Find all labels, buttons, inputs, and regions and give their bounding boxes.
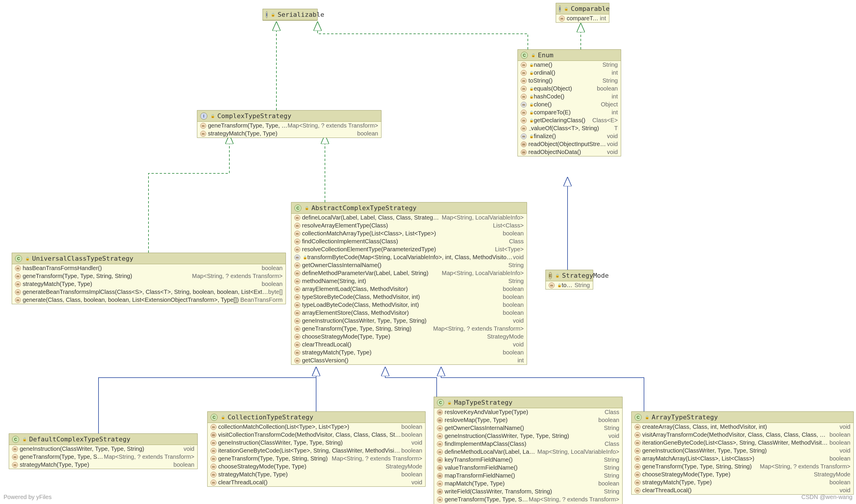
method-icon: m (437, 449, 443, 455)
method-row: mgeneTransform(Type, Type, String, Strin… (197, 122, 381, 130)
class-abstract-complex-type-strategy[interactable]: C🔒AbstractComplexTypeStrategy mdefineLoc… (291, 202, 527, 365)
method-icon: m (211, 440, 216, 446)
method-row: mgeneInstruction(ClassWriter, Type, Type… (434, 432, 622, 440)
method-icon: m (521, 118, 527, 123)
interface-comparable[interactable]: I🔒Comparable mcompareTo(T)int (556, 3, 609, 23)
method-row: m🔒clone()Object (518, 101, 621, 108)
method-icon: m (294, 294, 300, 300)
method-row: miterationGeneByteCode(List<Class>, Stri… (632, 439, 853, 447)
method-row: mdefineMethodLocalVar(Label, Label)Map<S… (434, 448, 622, 456)
title: C🔒CollectionTypeStrategy (208, 412, 425, 423)
method-row: mresloveMap(Type, Type)boolean (434, 416, 622, 424)
method-row: mchooseStrategyMode(Type, Type)StrategyM… (292, 333, 527, 341)
method-row: mcollectionMatchCollection(List<Type>, L… (208, 423, 425, 431)
method-icon: m (200, 123, 206, 129)
method-row: mgeneTransform(Type, Type, String, Strin… (292, 325, 527, 333)
method-icon: m (12, 454, 18, 460)
method-icon: m (437, 433, 443, 439)
interface-serializable[interactable]: I🔒Serializable (263, 9, 318, 21)
method-row: mgeneInstruction(ClassWriter, Type, Type… (632, 447, 853, 455)
method-icon: m (294, 270, 300, 276)
method-row: mgetOwnerClassInternalName()String (434, 424, 622, 432)
method-icon: m (294, 342, 300, 348)
interface-icon: I (266, 11, 267, 18)
method-icon: m (634, 440, 641, 446)
class-collection-type-strategy[interactable]: C🔒CollectionTypeStrategy mcollectionMatc… (207, 411, 425, 487)
method-icon: m (15, 289, 21, 295)
enum-icon: E (549, 272, 552, 279)
method-icon: m (294, 326, 300, 332)
method-icon: m (521, 110, 527, 115)
method-row: mfindCollectionImplementClass(Class)Clas… (292, 237, 527, 246)
class-icon: C (437, 399, 444, 406)
method-icon: m (15, 265, 21, 271)
name: Enum (538, 51, 554, 59)
title: C🔒DefaultComplexTypeStrategy (9, 434, 197, 445)
method-icon: m (521, 133, 527, 139)
method-icon: m (437, 465, 443, 471)
title: C🔒MapTypeStrategy (434, 397, 622, 408)
method-row: mgenerate(Class, Class, boolean, boolean… (12, 296, 285, 304)
method-icon: m (211, 480, 216, 485)
method-icon: m (634, 448, 641, 454)
method-row: mcreateArray(Class, Class, int, MethodVi… (632, 423, 853, 431)
method-icon: m (634, 480, 641, 485)
method-icon: m (294, 350, 300, 356)
method-row: m🔒transformByteCode(Map<String, LocalVar… (292, 253, 527, 261)
method-icon: m (437, 409, 443, 415)
method-row: mdefineLocalVar(Label, Label, Class, Cla… (292, 214, 527, 221)
interface-complex-type-strategy[interactable]: I🔒ComplexTypeStrategy mgeneTransform(Typ… (197, 110, 381, 138)
method-row: mgeneTransform(Type, Type, String, Strin… (9, 453, 197, 461)
method-row: mmapTransformFieldName()String (434, 472, 622, 480)
method-row: mtypeLoadByteCode(Class, MethodVisitor, … (292, 301, 527, 309)
name: ArrayTypeStrategy (652, 413, 718, 421)
method-row: mtoString()String (518, 77, 621, 85)
title: C🔒AbstractComplexTypeStrategy (292, 202, 527, 214)
method-row: mgeneInstruction(ClassWriter, Type, Type… (292, 317, 527, 325)
method-row: mkeyTransformFieldName()String (434, 456, 622, 464)
method-row: mgenerateBeanTransformsImplClass(Class<S… (12, 288, 285, 296)
method-icon: m (294, 263, 300, 268)
class-enum[interactable]: C🔒Enum m🔒name()String m🔒ordinal()int mto… (518, 49, 621, 156)
class-icon: C (15, 255, 22, 262)
method-row: marrayMatchArray(List<Class>, List<Class… (632, 455, 853, 463)
class-array-type-strategy[interactable]: C🔒ArrayTypeStrategy mcreateArray(Class, … (631, 411, 854, 494)
title: I🔒Serializable (263, 9, 317, 20)
method-icon: m (12, 446, 18, 452)
method-row: miterationGeneByteCode(List<Type>, Strin… (208, 447, 425, 455)
method-row: mcompareTo(T)int (556, 14, 609, 22)
interface-icon: I (200, 112, 207, 120)
class-map-type-strategy[interactable]: C🔒MapTypeStrategy mresloveKeyAndValueTyp… (434, 397, 623, 504)
name: UniversalClassTypeStrategy (32, 255, 133, 262)
method-row: mclearThreadLocal()void (292, 341, 527, 348)
method-icon: m (211, 424, 216, 430)
method-row: mresolveCollectionElementType(Parameteri… (292, 246, 527, 253)
method-icon: m (211, 464, 216, 470)
name: Serializable (278, 11, 324, 18)
method-icon: m (211, 472, 216, 478)
method-icon: m (15, 281, 21, 287)
method-row: mstrategyMatch(Type, Type)boolean (197, 130, 381, 138)
method-row: mstrategyMatch(Type, Type)boolean (12, 280, 285, 288)
name: MapTypeStrategy (454, 399, 512, 406)
method-icon: m (559, 16, 565, 21)
name: Comparable (571, 5, 610, 12)
method-icon: m (211, 432, 216, 438)
class-default-complex-type-strategy[interactable]: C🔒DefaultComplexTypeStrategy mgeneInstru… (9, 433, 198, 469)
method-icon: m (634, 432, 641, 438)
title: I🔒Comparable (556, 3, 609, 14)
method-icon: m (521, 125, 527, 131)
title: C🔒ArrayTypeStrategy (632, 412, 853, 423)
method-row: m🔒getDeclaringClass()Class<E> (518, 116, 621, 124)
method-icon: m (294, 247, 300, 252)
class-icon: C (12, 436, 19, 443)
method-row: mgeneTransform(Type, Type, String, Strin… (632, 463, 853, 470)
footer-left: Powered by yFiles (3, 494, 51, 501)
class-universal-class-type-strategy[interactable]: C🔒UniversalClassTypeStrategy mhasBeanTra… (12, 253, 286, 304)
method-row: mgetOwnerClassInternalName()String (292, 261, 527, 269)
method-row: m🔒ordinal()int (518, 69, 621, 77)
method-icon: m (294, 334, 300, 340)
method-icon: m (521, 141, 527, 147)
enum-strategy-mode[interactable]: E🔒StrategyMode m🔒toString()String (545, 270, 593, 289)
method-icon: m (521, 70, 527, 76)
